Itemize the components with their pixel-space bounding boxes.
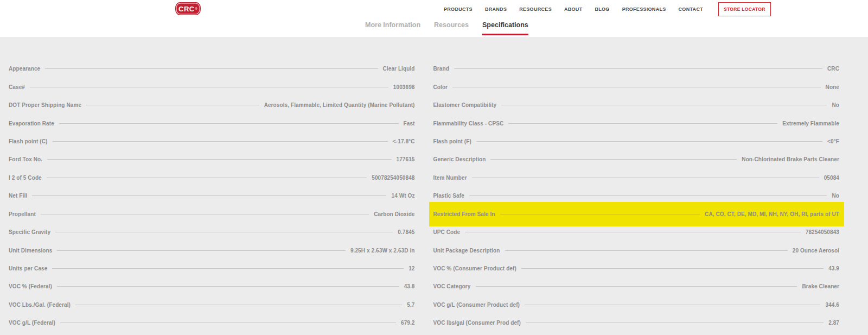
leader-line <box>525 305 820 305</box>
spec-value: Carbon Dioxide <box>374 211 414 217</box>
spec-label: Net Fill <box>9 193 27 199</box>
spec-row-voc-category: VOC Category Brake Cleaner <box>433 277 840 295</box>
spec-row-voc-gl-consumer: VOC g/L (Consumer Product def) 344.6 <box>433 296 840 314</box>
tab-specifications[interactable]: Specifications <box>482 21 528 35</box>
spec-label: Unit Dimensions <box>9 248 52 254</box>
leader-line <box>30 87 388 87</box>
spec-label: Evaporation Rate <box>9 121 54 127</box>
leader-line <box>47 178 367 178</box>
tab-resources[interactable]: Resources <box>434 21 469 34</box>
spec-value: Extremely Flammable <box>782 121 839 127</box>
spec-value: 14 Wt Oz <box>391 193 414 199</box>
leader-line <box>454 68 822 69</box>
nav-item-professionals[interactable]: PROFESSIONALS <box>622 7 666 12</box>
spec-label: VOC % (Consumer Product def) <box>433 266 516 271</box>
spec-label: Propellant <box>9 211 36 217</box>
spec-value: 5.7 <box>407 302 414 308</box>
leader-line <box>55 232 393 232</box>
leader-line <box>59 123 399 124</box>
spec-row-propellant: Propellant Carbon Dioxide <box>9 205 415 223</box>
spec-label: VOC Lbs./Gal. (Federal) <box>9 302 71 308</box>
spec-value: Clear Liquid <box>383 66 415 72</box>
spec-label: Generic Description <box>433 156 486 162</box>
leader-line <box>86 105 259 105</box>
spec-value: Brake Cleaner <box>802 283 839 289</box>
spec-value: 50078254050848 <box>372 175 414 181</box>
main-navigation: PRODUCTS BRANDS RESOURCES ABOUT BLOG PRO… <box>444 0 771 18</box>
spec-value: No <box>832 193 839 199</box>
spec-row-flash-point-c: Flash point (C) <-17.8°C <box>9 132 415 150</box>
spec-row-voc-gl-federal: VOC g/L (Federal) 679.2 <box>9 314 415 332</box>
spec-value: 0.7845 <box>398 229 414 235</box>
spec-value: None <box>826 84 839 90</box>
leader-line <box>526 323 824 323</box>
leader-line <box>490 159 737 160</box>
leader-line <box>469 195 827 196</box>
spec-value: 20 Ounce Aerosol <box>793 248 839 254</box>
nav-item-products[interactable]: PRODUCTS <box>444 7 473 12</box>
leader-line <box>45 68 378 69</box>
spec-label: VOC g/L (Federal) <box>9 320 55 326</box>
spec-row-item-number: Item Number 05084 <box>433 169 840 187</box>
tab-more-information[interactable]: More Information <box>365 21 420 34</box>
spec-row-evaporation-rate: Evaporation Rate Fast <box>9 114 415 132</box>
spec-value: 05084 <box>824 175 839 181</box>
spec-label: VOC % (Federal) <box>9 283 52 289</box>
spec-label: Plastic Safe <box>433 193 464 199</box>
spec-label: Color <box>433 84 448 90</box>
spec-row-net-fill: Net Fill 14 Wt Oz <box>9 187 415 205</box>
spec-row-dot-shipping-name: DOT Proper Shipping Name Aerosols, Flamm… <box>9 96 415 114</box>
crc-logo-text: CRC <box>178 5 195 13</box>
site-header: CRC® PRODUCTS BRANDS RESOURCES ABOUT BLO… <box>0 0 868 37</box>
spec-column-left: Appearance Clear Liquid Case# 1003698 DO… <box>9 60 415 332</box>
nav-item-resources[interactable]: RESOURCES <box>519 7 552 12</box>
leader-line <box>505 250 788 251</box>
spec-value: 12 <box>409 266 414 271</box>
spec-value: 344.6 <box>825 302 839 308</box>
spec-value: Fast <box>404 121 415 127</box>
spec-value: <0°F <box>827 138 839 144</box>
spec-row-units-per-case: Units per Case 12 <box>9 260 415 277</box>
spec-value: 78254050843 <box>806 229 839 235</box>
leader-line <box>60 323 396 323</box>
leader-line <box>57 250 346 251</box>
spec-value: 43.8 <box>404 283 415 289</box>
spec-value: 43.9 <box>828 266 839 271</box>
store-locator-button[interactable]: STORE LOCATOR <box>718 2 771 16</box>
spec-grid: Appearance Clear Liquid Case# 1003698 DO… <box>0 60 868 332</box>
leader-line <box>52 268 404 269</box>
spec-label: Restricted From Sale In <box>433 211 495 217</box>
leader-line <box>465 232 801 232</box>
crc-logo[interactable]: CRC® <box>175 2 201 15</box>
nav-item-contact[interactable]: CONTACT <box>679 7 703 12</box>
spec-row-brand: Brand CRC <box>433 60 840 78</box>
spec-value: <-17.8°C <box>393 138 415 144</box>
spec-row-color: Color None <box>433 78 840 96</box>
leader-line <box>41 214 369 214</box>
spec-value: 2.87 <box>828 320 839 326</box>
product-detail-tabs: More Information Resources Specification… <box>365 21 528 37</box>
spec-label: Unit Package Description <box>433 248 500 254</box>
spec-value: CRC <box>827 66 839 72</box>
spec-row-generic-description: Generic Description Non-Chlorinated Brak… <box>433 150 840 168</box>
spec-label: Specific Gravity <box>9 229 50 235</box>
spec-column-right: Brand CRC Color None Elastomer Compatibi… <box>433 60 840 332</box>
spec-value: No <box>832 102 839 108</box>
nav-item-blog[interactable]: BLOG <box>595 7 609 12</box>
leader-line <box>521 268 824 269</box>
nav-item-brands[interactable]: BRANDS <box>485 7 507 12</box>
spec-label: Units per Case <box>9 266 47 271</box>
spec-label: Appearance <box>9 66 40 72</box>
nav-item-about[interactable]: ABOUT <box>564 7 583 12</box>
leader-line <box>47 159 391 160</box>
spec-value: Non-Chlorinated Brake Parts Cleaner <box>742 156 839 162</box>
spec-label: Ford Tox No. <box>9 156 42 162</box>
leader-line <box>53 141 388 142</box>
leader-line <box>508 123 777 124</box>
spec-label: UPC Code <box>433 229 461 235</box>
spec-label: VOC lbs/gal (Consumer Prod def) <box>433 320 521 326</box>
spec-value: 679.2 <box>401 320 415 326</box>
spec-value: 9.25H x 2.63W x 2.63D in <box>350 248 415 254</box>
spec-label: VOC g/L (Consumer Product def) <box>433 302 520 308</box>
spec-row-elastomer-compatibility: Elastomer Compatibility No <box>433 96 840 114</box>
